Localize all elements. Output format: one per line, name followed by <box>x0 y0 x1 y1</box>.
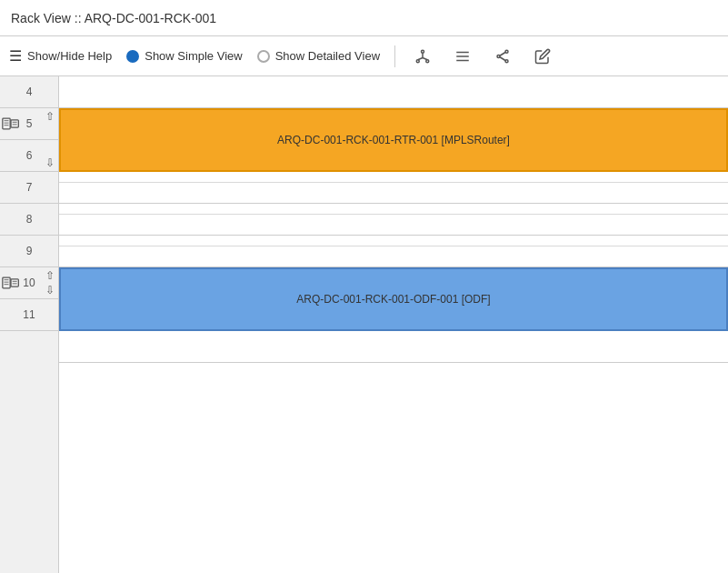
svg-line-13 <box>500 56 505 60</box>
simple-view-option[interactable]: Show Simple View <box>126 49 242 63</box>
svg-point-1 <box>416 59 419 62</box>
detailed-view-option[interactable]: Show Detailed View <box>257 49 380 63</box>
row-5-icons <box>2 117 20 130</box>
edit-icon-btn[interactable] <box>530 44 555 69</box>
rack-container: 4 5 ⇧ 6 ⇩ 7 <box>0 76 728 573</box>
device-icon-5 <box>2 117 20 130</box>
row-8-number: 8 <box>0 204 58 236</box>
share-icon <box>494 48 511 65</box>
chevron-down-6[interactable]: ⇩ <box>45 156 55 169</box>
detailed-view-radio[interactable] <box>257 50 270 63</box>
chevron-up-10[interactable]: ⇧ <box>45 269 55 282</box>
svg-point-9 <box>505 50 508 53</box>
row-4-number: 4 <box>0 76 58 108</box>
svg-line-5 <box>423 57 427 59</box>
row-10-icons <box>2 276 20 289</box>
svg-point-10 <box>497 55 500 57</box>
list-icon <box>454 48 471 65</box>
toolbar-divider-1 <box>394 45 395 67</box>
edit-icon <box>534 48 551 65</box>
list-icon-btn[interactable] <box>450 44 475 69</box>
svg-line-4 <box>418 57 423 59</box>
title-bar: Rack View :: ARQ-DC-001-RCK-001 <box>0 0 728 36</box>
rack-row-blue-device[interactable]: ARQ-DC-001-RCK-001-ODF-001 [ODF] <box>59 267 728 331</box>
help-label[interactable]: Show/Hide Help <box>27 49 112 63</box>
rack-content: ARQ-DC-001-RCK-001-RTR-001 [MPLSRouter] … <box>59 76 728 573</box>
svg-rect-14 <box>3 118 10 129</box>
svg-point-0 <box>422 50 424 53</box>
blue-device-label: ARQ-DC-001-RCK-001-ODF-001 [ODF] <box>61 289 726 309</box>
network-icon <box>414 48 431 65</box>
row-11-number: 11 <box>0 299 58 331</box>
svg-rect-21 <box>3 277 10 288</box>
svg-point-11 <box>505 59 508 62</box>
simple-view-label: Show Simple View <box>145 49 242 63</box>
row-9-number: 9 <box>0 236 58 267</box>
row-7-number: 7 <box>0 172 58 204</box>
svg-rect-25 <box>11 279 18 286</box>
row-10-number: 10 ⇧ ⇩ <box>0 267 58 299</box>
rack-row-8 <box>59 204 728 236</box>
svg-point-2 <box>426 59 429 62</box>
share-icon-btn[interactable] <box>490 44 515 69</box>
detailed-view-label: Show Detailed View <box>275 49 380 63</box>
toolbar: ☰ Show/Hide Help Show Simple View Show D… <box>0 36 728 76</box>
rack-row-9 <box>59 236 728 267</box>
hamburger-icon: ☰ <box>9 47 22 65</box>
rack-row-11 <box>59 331 728 363</box>
row-6-number: 6 ⇩ <box>0 140 58 172</box>
svg-rect-18 <box>11 120 18 127</box>
rack-row-4 <box>59 76 728 108</box>
orange-device-label: ARQ-DC-001-RCK-001-RTR-001 [MPLSRouter] <box>61 130 726 150</box>
rack-row-7 <box>59 172 728 204</box>
row-5-number: 5 ⇧ <box>0 108 58 140</box>
menu-icon[interactable]: ☰ Show/Hide Help <box>9 47 112 65</box>
title-text: Rack View :: ARQ-DC-001-RCK-001 <box>11 11 216 25</box>
device-icon-10 <box>2 276 20 289</box>
svg-line-12 <box>500 52 505 55</box>
chevron-up-5[interactable]: ⇧ <box>45 110 55 123</box>
network-icon-btn[interactable] <box>410 44 435 69</box>
chevron-down-10[interactable]: ⇩ <box>45 284 55 297</box>
row-numbers: 4 5 ⇧ 6 ⇩ 7 <box>0 76 59 573</box>
rack-row-orange-device[interactable]: ARQ-DC-001-RCK-001-RTR-001 [MPLSRouter] <box>59 108 728 172</box>
simple-view-radio[interactable] <box>126 50 139 63</box>
